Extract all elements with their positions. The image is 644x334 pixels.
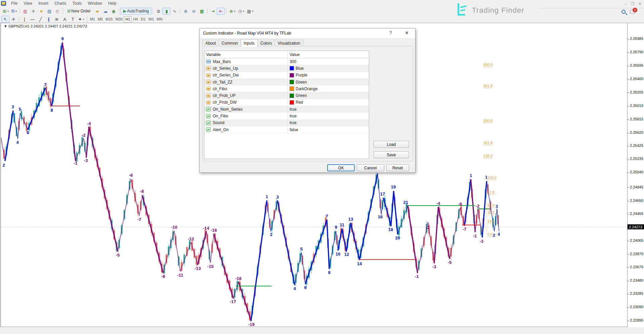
cancel-button[interactable]: Cancel — [357, 164, 384, 171]
value-cell[interactable]: Green — [288, 93, 369, 98]
table-row[interactable]: Soundtrue — [204, 120, 369, 126]
value-cell[interactable]: DarkOrange — [288, 87, 369, 91]
auto-scroll-button[interactable]: ⇥ — [209, 8, 217, 15]
profiles-button-dropdown-icon[interactable]: ▾ — [15, 10, 17, 13]
fibonacci-button[interactable]: ≋ — [53, 16, 61, 23]
menu-tools[interactable]: Tools — [69, 0, 85, 6]
pivot-label: 1 — [485, 175, 487, 180]
chart-shift-button[interactable]: ⇤ — [217, 8, 225, 15]
timeframe-w1[interactable]: W1 — [147, 16, 155, 22]
periods-button[interactable]: ◷▾ — [237, 8, 245, 15]
table-row[interactable]: clr_Series_DwPurple — [204, 72, 369, 79]
data-window-button[interactable]: ▤ — [45, 8, 53, 15]
variable-name: Sound — [213, 120, 225, 125]
value-cell[interactable]: 300 — [288, 59, 369, 64]
navigator-button[interactable]: ✛ — [29, 8, 37, 15]
indicators-button-dropdown-icon[interactable]: ▾ — [234, 10, 235, 13]
cursor-button[interactable]: ↖ — [1, 16, 9, 23]
timeframe-m1[interactable]: M1 — [89, 16, 96, 22]
zoom-in-button[interactable]: ⊕ — [182, 8, 190, 15]
menu-insert[interactable]: Insert — [35, 0, 51, 6]
timeframe-m15[interactable]: M15 — [104, 16, 114, 22]
dialog-resize-grip[interactable]: ⋰ — [411, 169, 414, 171]
table-row[interactable]: Alert_Onfalse — [204, 126, 369, 133]
save-button[interactable]: Save — [374, 151, 409, 158]
arrows-button[interactable]: ✦▾ — [77, 16, 86, 23]
bool-param-icon — [206, 107, 211, 111]
vertical-line-button[interactable]: ❘ — [20, 16, 29, 23]
timeframe-mn[interactable]: MN — [155, 16, 164, 22]
bar-chart-button[interactable]: ≣ — [154, 8, 162, 15]
close-icon[interactable]: ✕ — [638, 2, 641, 6]
timeframe-m30[interactable]: M30 — [114, 16, 124, 22]
chat-icon[interactable]: 1 — [630, 9, 636, 14]
new-order-button[interactable]: ⊞New Order — [64, 8, 93, 15]
table-row[interactable]: clr_Series_UpBlue — [204, 65, 369, 72]
table-row[interactable]: clr_Tail_ZZGreen — [204, 79, 369, 86]
zoom-out-button[interactable]: ⊖ — [190, 8, 198, 15]
profiles-button[interactable]: ⧉▾ — [10, 8, 18, 15]
menu-help[interactable]: Help — [105, 0, 119, 6]
web-terminal-button[interactable]: ◉ — [109, 8, 117, 15]
value-cell[interactable]: Blue — [288, 66, 369, 71]
timeframe-d1[interactable]: D1 — [139, 16, 147, 22]
line-chart-button[interactable]: ∿ — [170, 8, 179, 15]
value-cell[interactable]: Green — [288, 80, 369, 85]
horizontal-line-button[interactable]: — — [29, 16, 37, 23]
tab-inputs[interactable]: Inputs — [241, 39, 258, 47]
menu-file[interactable]: File — [8, 0, 20, 6]
menu-view[interactable]: View — [20, 0, 35, 6]
strategy-tester-button[interactable]: ◴ — [53, 8, 61, 15]
table-row[interactable]: On_Nom_Seriestrue — [204, 106, 369, 113]
restore-icon[interactable]: ❐ — [631, 2, 634, 6]
table-row[interactable]: clr_Prob_UPGreen — [204, 92, 369, 99]
value-cell[interactable]: true — [288, 114, 369, 118]
timeframe-m5[interactable]: M5 — [96, 16, 104, 22]
tile-windows-button[interactable]: ▦ — [198, 8, 206, 15]
menu-charts[interactable]: Charts — [51, 0, 69, 6]
timeframe-h4[interactable]: H4 — [132, 16, 139, 22]
table-row[interactable]: clr_FiboDarkOrange — [204, 86, 369, 92]
periods-button-dropdown-icon[interactable]: ▾ — [243, 10, 244, 13]
autotrading-button[interactable]: ▶AutoTrading — [120, 8, 151, 15]
ok-button[interactable]: OK — [327, 164, 355, 171]
value-cell[interactable]: Purple — [288, 73, 369, 77]
text-button[interactable]: A — [61, 16, 69, 23]
community-button[interactable]: ☁ — [101, 8, 109, 15]
value-cell[interactable]: false — [288, 127, 369, 132]
mt4-app-icon[interactable] — [1, 1, 6, 6]
inputs-table[interactable]: VariableValue123Max_Bars300clr_Series_Up… — [204, 51, 369, 159]
dialog-titlebar[interactable]: Custom Indicator - Road Map V04 MT4 by T… — [200, 29, 415, 38]
channel-button[interactable]: ∥ — [45, 16, 53, 23]
search-icon[interactable] — [622, 10, 626, 14]
history-center-button[interactable]: ▰ — [93, 8, 101, 15]
value-cell[interactable]: true — [288, 107, 369, 112]
reset-button[interactable]: Reset — [386, 164, 409, 171]
value-cell[interactable]: true — [288, 120, 369, 125]
price-axis[interactable]: 2.269852.267902.265952.264002.262052.260… — [627, 23, 644, 327]
text-label-button[interactable]: T — [69, 16, 77, 23]
new-chart-button-dropdown-icon[interactable]: ▾ — [7, 10, 9, 13]
table-row[interactable]: 123Max_Bars300 — [204, 58, 369, 65]
templates-button[interactable]: ▩▾ — [246, 8, 255, 15]
crosshair-button[interactable]: ✛ — [9, 16, 17, 23]
dialog-help-button[interactable]: ? — [388, 30, 394, 36]
arrows-button-dropdown-icon[interactable]: ▾ — [83, 18, 84, 21]
new-chart-button-glyph: ⊞ — [3, 9, 6, 14]
value-cell[interactable]: Red — [288, 100, 369, 105]
zigzag-segment — [210, 234, 214, 263]
table-row[interactable]: On_Fibotrue — [204, 113, 369, 119]
dialog-close-icon[interactable]: ✕ — [404, 30, 410, 36]
new-chart-button[interactable]: ⊞▾ — [1, 8, 10, 15]
market-watch-button[interactable]: ▥ — [21, 8, 29, 15]
table-row[interactable]: clr_Prob_DWRed — [204, 99, 369, 106]
minimize-icon[interactable]: – — [625, 2, 627, 6]
indicators-button[interactable]: ⊕▾ — [228, 8, 237, 15]
timeframe-h1[interactable]: H1 — [124, 16, 132, 22]
trendline-button[interactable]: ╱ — [37, 16, 45, 23]
menu-window[interactable]: Window — [85, 0, 105, 6]
candle-chart-button[interactable]: ▮ — [162, 8, 170, 15]
favorites-button[interactable]: ★ — [37, 8, 45, 15]
templates-button-dropdown-icon[interactable]: ▾ — [252, 10, 253, 13]
load-button[interactable]: Load — [374, 141, 409, 148]
